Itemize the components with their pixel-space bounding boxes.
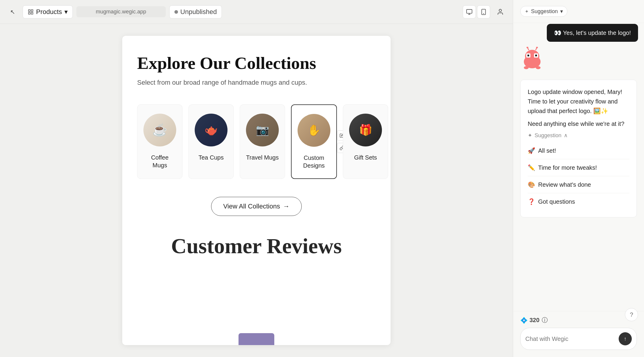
products-label: Products [36, 8, 62, 16]
collection-image-gift-sets [349, 114, 382, 146]
product-icon [28, 9, 34, 15]
collections-grid: Coffee Mugs Tea Cups Travel Mugs Custom … [137, 104, 376, 179]
back-button[interactable]: ↖ [6, 5, 19, 18]
page-heading: Explore Our Collections [137, 54, 376, 73]
credits-info-icon[interactable]: ⓘ [542, 316, 548, 324]
chat-send-button[interactable]: ↑ [619, 332, 632, 345]
view-all-label: View All Collections [223, 203, 280, 210]
collection-name-gift-sets: Gift Sets [354, 154, 377, 161]
chat-toolbar: ✦ Suggestion ▾ [513, 0, 644, 23]
suggestions-section: ✦ Suggestion ∧ 🚀 All set! ✏️ Time for mo… [528, 127, 629, 210]
suggestion-dropdown-label: Suggestion [531, 8, 558, 15]
status-label: Unpublished [180, 8, 217, 16]
url-display: mugmagic.wegic.app [76, 6, 166, 17]
bottom-decorative-element [239, 333, 274, 345]
suggestions-collapse-icon: ∧ [564, 132, 568, 139]
collection-name-tea-cups: Tea Cups [199, 154, 224, 161]
suggestion-item-review[interactable]: 🎨 Review what's done [528, 176, 629, 193]
editor-content: Explore Our Collections Select from our … [0, 24, 513, 357]
collection-image-tea-cups [195, 114, 227, 146]
view-all-arrow: → [283, 203, 290, 210]
ai-message-text: Logo update window opened, Mary! Time to… [528, 87, 629, 116]
help-icon: ? [630, 311, 633, 318]
suggestion-item-all-set[interactable]: 🚀 All set! [528, 142, 629, 159]
back-icon: ↖ [10, 8, 15, 16]
user-avatar-button[interactable] [494, 5, 507, 18]
mobile-view-button[interactable] [477, 5, 490, 18]
svg-rect-1 [31, 10, 33, 11]
svg-point-21 [536, 66, 541, 69]
svg-rect-2 [29, 12, 30, 14]
collection-name-coffee-mugs: Coffee Mugs [143, 154, 176, 169]
desktop-icon [466, 9, 473, 15]
suggestion-star-icon: ✦ [525, 9, 529, 14]
suggestion-dropdown[interactable]: ✦ Suggestion ▾ [520, 6, 567, 17]
collection-card-coffee-mugs[interactable]: Coffee Mugs [137, 104, 182, 179]
collection-image-custom-designs [298, 114, 330, 147]
svg-rect-15 [535, 55, 537, 56]
suggestion-item-more-tweaks[interactable]: ✏️ Time for more tweaks! [528, 159, 629, 176]
suggestion-chevron-icon: ▾ [560, 8, 563, 15]
bottom-section-heading: Customer Reviews [137, 234, 376, 259]
mascot-image [520, 47, 544, 74]
ai-message-bubble: Logo update window opened, Mary! Time to… [520, 80, 637, 217]
svg-point-9 [499, 9, 501, 12]
suggestion-label-3: Got questions [538, 198, 575, 205]
suggestion-label-0: All set! [538, 147, 556, 154]
chat-tooltip: 👀 Yes, let's update the logo! [547, 24, 638, 42]
suggestion-emoji-2: 🎨 [528, 181, 535, 188]
svg-rect-3 [31, 12, 33, 14]
status-dot [174, 10, 178, 14]
editor-toolbar: ↖ Products ▾ mugmagic.wegic.app Unpublis… [0, 0, 513, 24]
view-toggle-group [463, 5, 490, 18]
products-chevron: ▾ [64, 8, 68, 16]
help-button[interactable]: ? [625, 308, 638, 321]
chat-input[interactable] [525, 336, 616, 342]
svg-point-20 [524, 66, 529, 69]
user-icon [497, 8, 504, 16]
collection-card-custom-designs[interactable]: Custom Designs [291, 104, 337, 179]
collection-name-custom-designs: Custom Designs [298, 154, 330, 169]
collection-card-travel-mugs[interactable]: Travel Mugs [240, 104, 285, 179]
suggestions-star-icon: ✦ [528, 132, 532, 139]
suggestion-emoji-3: ❓ [528, 198, 535, 205]
collection-card-tea-cups[interactable]: Tea Cups [188, 104, 234, 179]
status-badge[interactable]: Unpublished [169, 5, 222, 18]
suggestion-label-2: Review what's done [538, 181, 591, 188]
suggestion-label-1: Time for more tweaks! [538, 164, 597, 171]
suggestions-header-label: Suggestion [535, 132, 561, 139]
mobile-icon [480, 9, 487, 15]
suggestion-emoji-0: 🚀 [528, 147, 535, 154]
svg-rect-14 [527, 55, 529, 56]
credits-badge: 💠 320 [520, 317, 539, 324]
collection-image-coffee-mugs [143, 114, 176, 146]
chat-bottom: 💠 320 ⓘ ↑ [513, 311, 644, 357]
page-subheading: Select from our broad range of handmade … [137, 79, 376, 86]
products-menu-button[interactable]: Products ▾ [23, 5, 73, 18]
credits-icon: 💠 [520, 317, 528, 324]
suggestions-header: ✦ Suggestion ∧ [528, 132, 629, 139]
credits-display: 💠 320 ⓘ [520, 316, 637, 324]
suggestion-item-questions[interactable]: ❓ Got questions [528, 193, 629, 210]
page-preview: Explore Our Collections Select from our … [122, 36, 391, 345]
svg-rect-0 [29, 10, 30, 11]
ai-follow-up-text: Need anything else while we're at it? [528, 120, 629, 127]
svg-rect-4 [467, 9, 472, 13]
mascot-svg [520, 47, 544, 71]
chat-panel: ✦ Suggestion ▾ 👀 Yes, let's update the l… [513, 0, 644, 357]
collection-card-gift-sets[interactable]: Gift Sets [343, 104, 388, 179]
chat-input-area: ↑ [520, 328, 637, 350]
credits-value: 320 [530, 317, 539, 324]
collection-name-travel-mugs: Travel Mugs [246, 154, 278, 161]
desktop-view-button[interactable] [463, 5, 476, 18]
view-all-collections-button[interactable]: View All Collections → [211, 197, 302, 216]
suggestion-emoji-1: ✏️ [528, 164, 535, 171]
send-icon: ↑ [624, 336, 627, 342]
collection-image-travel-mugs [246, 114, 279, 146]
chat-messages-area: Logo update window opened, Mary! Time to… [513, 80, 644, 311]
